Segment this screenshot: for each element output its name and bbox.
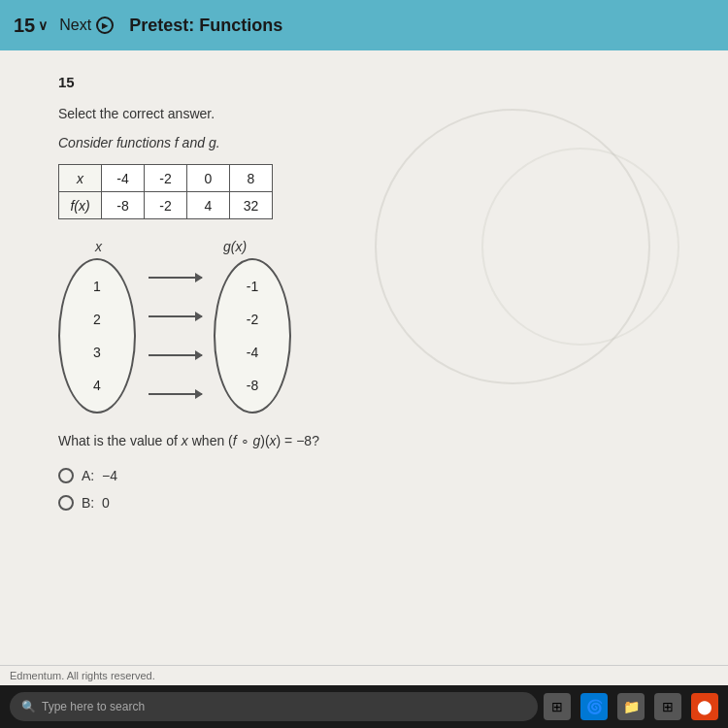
next-label: Next bbox=[59, 17, 91, 34]
copyright-text: Edmentum. All rights reserved. bbox=[10, 670, 155, 681]
answer-option-b[interactable]: B: 0 bbox=[58, 495, 670, 511]
arrow-row-2 bbox=[136, 297, 214, 336]
arrows-container bbox=[136, 258, 214, 414]
question-number-display: 15 ∨ bbox=[14, 15, 48, 37]
range-val-3: -4 bbox=[247, 345, 258, 360]
domain-val-1: 1 bbox=[93, 279, 101, 294]
taskbar-icon-chrome[interactable]: ⬤ bbox=[691, 693, 718, 720]
taskbar-icon-folder[interactable]: 📁 bbox=[617, 693, 645, 720]
arrow-row-4 bbox=[136, 375, 214, 414]
table-fx-4: 32 bbox=[230, 192, 273, 219]
table-x-4: 8 bbox=[230, 165, 273, 192]
table-x-3: 0 bbox=[187, 165, 230, 192]
table-header-fx: f(x) bbox=[59, 192, 102, 219]
domain-val-4: 4 bbox=[93, 378, 101, 393]
radio-a[interactable] bbox=[58, 468, 74, 483]
range-val-1: -1 bbox=[247, 279, 258, 294]
search-icon: 🔍 bbox=[21, 700, 36, 713]
consider-text: Consider functions f and g. bbox=[58, 135, 670, 150]
radio-b[interactable] bbox=[58, 495, 74, 511]
mapping-labels: x g(x) bbox=[68, 239, 670, 254]
range-oval: -1 -2 -4 -8 bbox=[214, 258, 291, 414]
arrow-4 bbox=[149, 393, 202, 395]
taskbar-icon-apps[interactable]: ⊞ bbox=[654, 693, 681, 720]
taskbar-icons: ⊞ 🌀 📁 ⊞ ⬤ bbox=[544, 693, 718, 720]
taskbar-search-text: Type here to search bbox=[42, 700, 145, 713]
option-a-label: A: −4 bbox=[82, 468, 117, 483]
arrow-1 bbox=[149, 277, 202, 279]
arrow-row-3 bbox=[136, 336, 214, 375]
instruction-text: Select the correct answer. bbox=[58, 106, 670, 121]
question-num-label: 15 bbox=[58, 74, 670, 90]
taskbar-search[interactable]: 🔍 Type here to search bbox=[10, 692, 538, 721]
arrow-3 bbox=[149, 354, 202, 356]
footer-bar: Edmentum. All rights reserved. bbox=[0, 665, 728, 685]
header-bar: 15 ∨ Next ► Pretest: Functions bbox=[0, 0, 728, 50]
domain-val-3: 3 bbox=[93, 345, 101, 360]
table-header-x: x bbox=[59, 165, 102, 192]
arrow-2 bbox=[149, 315, 202, 317]
question-number-value: 15 bbox=[14, 15, 35, 37]
table-fx-1: -8 bbox=[102, 192, 145, 219]
table-x-1: -4 bbox=[102, 165, 145, 192]
function-f-table: x -4 -2 0 8 f(x) -8 -2 4 32 bbox=[58, 164, 273, 219]
table-x-2: -2 bbox=[145, 165, 187, 192]
taskbar: 🔍 Type here to search ⊞ 🌀 📁 ⊞ ⬤ bbox=[0, 685, 728, 728]
option-b-label: B: 0 bbox=[82, 495, 110, 511]
table-fx-2: -2 bbox=[145, 192, 187, 219]
range-val-2: -2 bbox=[247, 312, 258, 327]
next-button[interactable]: Next ► bbox=[59, 17, 114, 34]
range-val-4: -8 bbox=[247, 378, 258, 393]
question-text: What is the value of x when (f ∘ g)(x) =… bbox=[58, 433, 670, 448]
arrow-row-1 bbox=[136, 258, 214, 297]
mapping-label-x: x bbox=[68, 239, 165, 254]
mapping-diagram: x g(x) 1 2 3 4 bbox=[58, 239, 670, 414]
page-title: Pretest: Functions bbox=[129, 16, 282, 36]
domain-val-2: 2 bbox=[93, 312, 101, 327]
func-f: f bbox=[175, 135, 179, 150]
func-g: g bbox=[209, 135, 216, 150]
chevron-down-icon[interactable]: ∨ bbox=[38, 17, 48, 33]
taskbar-icon-grid[interactable]: ⊞ bbox=[544, 693, 571, 720]
mapping-ovals: 1 2 3 4 -1 bbox=[58, 258, 670, 414]
taskbar-icon-edge[interactable]: 🌀 bbox=[580, 693, 608, 720]
answer-option-a[interactable]: A: −4 bbox=[58, 468, 670, 483]
table-fx-3: 4 bbox=[187, 192, 230, 219]
next-circle-icon: ► bbox=[96, 17, 114, 34]
content-area: 15 Select the correct answer. Consider f… bbox=[0, 50, 728, 665]
mapping-label-gx: g(x) bbox=[223, 239, 247, 254]
domain-oval: 1 2 3 4 bbox=[58, 258, 136, 414]
